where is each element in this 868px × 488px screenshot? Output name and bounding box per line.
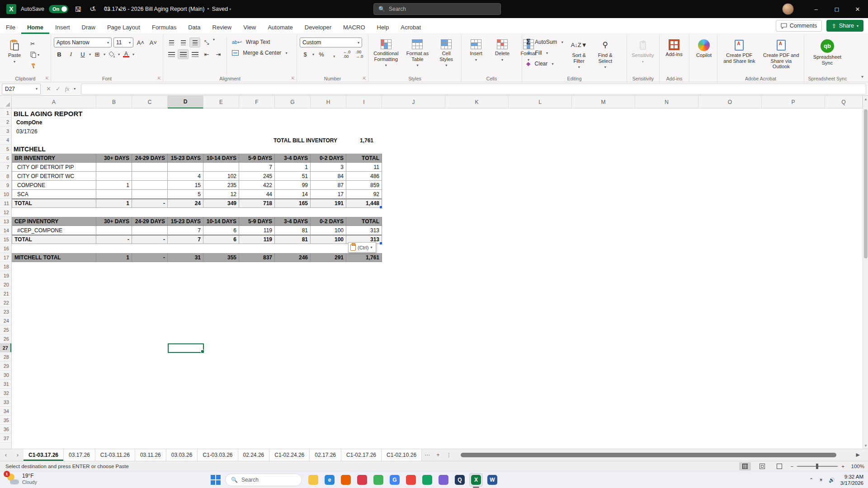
page-layout-view-button[interactable]	[756, 462, 768, 470]
align-bottom-button[interactable]	[189, 38, 200, 47]
quickbooks-app-icon[interactable]: Q	[453, 473, 467, 487]
table-cell[interactable]: 0-2 DAYS	[311, 217, 346, 226]
ribbon-tab-formulas[interactable]: Formulas	[146, 20, 182, 34]
table-cell[interactable]: 0-2 DAYS	[311, 154, 346, 163]
search-input[interactable]: 🔍 Search	[373, 3, 501, 15]
cell-styles-button[interactable]: Cell Styles▾	[434, 38, 458, 75]
autosave-toggle[interactable]: On	[49, 5, 68, 13]
table-cell[interactable]: 17	[311, 190, 346, 199]
row-header-32[interactable]: 32	[0, 389, 11, 398]
table-cell[interactable]: 245	[239, 172, 275, 181]
font-family-select[interactable]: Aptos Narrow▾	[54, 38, 112, 47]
horizontal-scrollbar[interactable]: ▶	[457, 449, 865, 461]
ribbon-tab-help[interactable]: Help	[371, 20, 395, 34]
collapse-ribbon-button[interactable]: ▾	[861, 74, 863, 79]
photos-app-icon[interactable]	[437, 473, 450, 487]
vertical-scrollbar[interactable]: ▲ ▼	[863, 96, 868, 449]
enter-formula-icon[interactable]: ✓	[56, 85, 61, 92]
save-button[interactable]: 🖫	[73, 5, 83, 14]
align-center-button[interactable]	[178, 49, 189, 59]
row-header-18[interactable]: 18	[0, 262, 11, 271]
row-header-27[interactable]: 27	[0, 343, 11, 352]
sheet-tab-02.17.26[interactable]: 02.17.26	[310, 449, 341, 461]
taskbar-clock[interactable]: 9:32 AM 3/17/2026	[840, 474, 863, 487]
conditional-formatting-button[interactable]: Conditional Formatting▾	[371, 38, 401, 75]
media-app-icon[interactable]	[355, 473, 369, 487]
delete-cells-button[interactable]: Delete▾	[491, 38, 514, 75]
column-header-K[interactable]: K	[445, 96, 509, 108]
row-header-23[interactable]: 23	[0, 307, 11, 316]
row-header-2[interactable]: 2	[0, 117, 11, 127]
table-cell[interactable]	[96, 172, 132, 181]
align-middle-button[interactable]	[178, 38, 189, 47]
sheet-tab-03.03.26[interactable]: 03.03.26	[166, 449, 198, 461]
table-cell[interactable]: 87	[311, 181, 346, 190]
table-cell[interactable]: 1,761	[346, 253, 382, 262]
table-cell[interactable]: 4	[168, 172, 203, 181]
wrap-text-button[interactable]: ab↩ Wrap Text	[231, 38, 288, 47]
table-cell[interactable]: 3-4 DAYS	[275, 217, 311, 226]
chat-app-icon[interactable]	[372, 473, 385, 487]
column-header-M[interactable]: M	[572, 96, 635, 108]
scroll-right-icon[interactable]: ▶	[856, 452, 860, 458]
share-button[interactable]: ⇧ Share ▾	[826, 20, 863, 32]
row-header-13[interactable]: 13	[0, 217, 11, 226]
table-cell[interactable]: 31	[168, 253, 203, 262]
align-left-button[interactable]	[166, 49, 177, 59]
increase-decimal-button[interactable]: ←.0.00	[341, 49, 352, 59]
sheet-tab-C1-03.11.26[interactable]: C1-03.11.26	[95, 449, 135, 461]
taskbar-search-input[interactable]: 🔍 Search	[225, 474, 302, 486]
table-cell[interactable]: 30+ DAYS	[96, 154, 132, 163]
table-cell[interactable]: 191	[311, 199, 346, 208]
zoom-in-button[interactable]: +	[841, 464, 844, 469]
table-cell[interactable]: 165	[275, 199, 311, 208]
close-button[interactable]: ✕	[847, 0, 868, 18]
column-header-I[interactable]: I	[346, 96, 382, 108]
row-header-20[interactable]: 20	[0, 280, 11, 289]
row-header-34[interactable]: 34	[0, 407, 11, 416]
create-pdf-share-link-button[interactable]: Create PDF and Share link	[720, 38, 759, 75]
sheet-tab-02.24.26[interactable]: 02.24.26	[238, 449, 270, 461]
currency-button[interactable]: $	[300, 49, 311, 59]
table-cell[interactable]: 1	[96, 181, 132, 190]
column-header-A[interactable]: A	[12, 96, 96, 108]
decrease-font-button[interactable]: A˅	[148, 38, 159, 47]
table-cell[interactable]: TOTAL	[346, 217, 382, 226]
comma-style-button[interactable]: ,	[329, 49, 340, 59]
copy-button[interactable]: ▾	[29, 50, 41, 59]
table-cell[interactable]	[96, 226, 132, 235]
chrome-browser-icon[interactable]	[404, 473, 418, 487]
currency-chevron[interactable]: ▾	[312, 52, 314, 56]
word-app-icon[interactable]: W	[486, 473, 499, 487]
column-header-J[interactable]: J	[382, 96, 445, 108]
clear-button[interactable]: ◆ Clear ▾	[525, 59, 565, 68]
row-header-7[interactable]: 7	[0, 163, 11, 172]
row-header-25[interactable]: 25	[0, 325, 11, 334]
table-cell[interactable]: 24-29 DAYS	[132, 154, 168, 163]
table-cell[interactable]: 15-23 DAYS	[168, 217, 203, 226]
orientation-button[interactable]: ⤡	[201, 38, 212, 47]
zoom-slider-handle[interactable]	[816, 464, 818, 469]
table-cell[interactable]: 7	[168, 226, 203, 235]
table-cell[interactable]	[132, 226, 168, 235]
zoom-level[interactable]: 100%	[848, 464, 864, 469]
file-explorer-icon[interactable]	[307, 473, 320, 487]
table-cell[interactable]: TOTAL	[12, 199, 96, 208]
normal-view-button[interactable]	[739, 462, 751, 470]
table-cell[interactable]: SCA	[12, 190, 96, 199]
row-header-3[interactable]: 3	[0, 127, 11, 136]
copilot-button[interactable]: Copilot	[692, 38, 716, 75]
start-button[interactable]	[211, 475, 221, 485]
increase-indent-button[interactable]: ⇥	[213, 49, 224, 59]
table-cell[interactable]: 6	[203, 235, 239, 244]
sheet-tab-03.17.26[interactable]: 03.17.26	[64, 449, 95, 461]
number-format-select[interactable]: Custom▾	[300, 38, 362, 47]
undo-button[interactable]: ↺▾	[88, 4, 98, 14]
row-header-8[interactable]: 8	[0, 172, 11, 181]
table-cell[interactable]: 100	[311, 226, 346, 235]
vertical-scroll-thumb[interactable]	[864, 109, 868, 258]
table-cell[interactable]	[132, 181, 168, 190]
table-cell[interactable]: -	[132, 235, 168, 244]
scroll-down-icon[interactable]: ▼	[863, 442, 868, 449]
underline-button[interactable]: U	[77, 49, 88, 59]
